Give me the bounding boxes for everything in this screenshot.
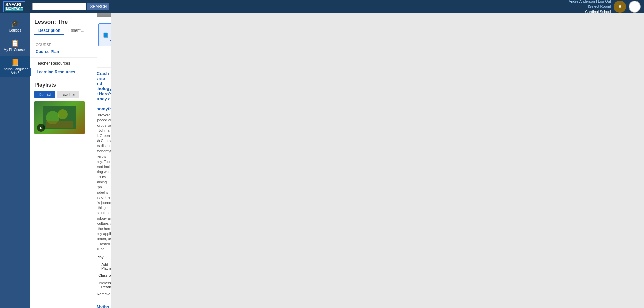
resource-title-2[interactable]: ★ Myths and Legends of Ancient Greece an… bbox=[97, 304, 111, 308]
sub-sidebar: Lesson: The Description Essent... Course… bbox=[30, 13, 97, 308]
logo-safari: SAFARI bbox=[5, 2, 23, 7]
user-school: Cardinal School bbox=[569, 9, 611, 14]
search-input[interactable] bbox=[32, 3, 86, 10]
modal-results-bar: Results 1 to 15 of 24 ‹ 1 2 › bbox=[97, 53, 111, 68]
add-playlist-btn-1[interactable]: 📋 Add To Playlist bbox=[97, 262, 111, 271]
sidebar-courses-label: Courses bbox=[9, 28, 21, 32]
modal-header: Learning Resources: The Hero's Journey 📘… bbox=[97, 17, 111, 53]
top-navigation: SAFARI MONTAGE SEARCH Andre Anderson | L… bbox=[0, 0, 644, 13]
sidebar-item-ela6[interactable]: 📙 English Language Arts 6 bbox=[0, 56, 30, 77]
tab-description[interactable]: Description bbox=[34, 27, 64, 35]
search-area: SEARCH bbox=[32, 3, 109, 10]
user-name[interactable]: Andre Anderson | Log Out bbox=[569, 0, 611, 4]
modal-header-actions: 📘 Add Preferred Learning Resources Close bbox=[98, 23, 111, 46]
logo: SAFARI MONTAGE bbox=[3, 1, 25, 12]
resource-item: HERO ★ Crash Course World Mythology: The… bbox=[97, 68, 111, 301]
learning-resources-modal: Learning Resources: The Hero's Journey 📘… bbox=[97, 17, 111, 308]
play-btn-1[interactable]: ▶ Play bbox=[97, 254, 106, 260]
resource-item-2: THE MYTHS AND LEGENDS OF ANCIENT GREECE … bbox=[97, 301, 111, 308]
ela-icon: 📙 bbox=[11, 58, 19, 66]
playlist-tab-district[interactable]: District bbox=[34, 91, 55, 98]
classroom-btn-1[interactable]: 📗 Classroom bbox=[97, 272, 111, 279]
avatar: A bbox=[614, 1, 626, 13]
logo-montage: MONTAGE bbox=[5, 7, 23, 11]
resource-info-2: ★ Myths and Legends of Ancient Greece an… bbox=[97, 304, 111, 308]
immersive-btn-1[interactable]: 📖 Immersive Reader bbox=[97, 280, 111, 290]
user-area: Andre Anderson | Log Out [Select Room] C… bbox=[569, 0, 641, 14]
modal-overlay: Learning Resources: The Hero's Journey 📘… bbox=[97, 13, 111, 308]
main-content: ⋮ ✏️ Customize list 🔗 Perm-Link 📗 Classr… bbox=[97, 13, 111, 308]
sidebar-item-courses[interactable]: 🎓 Courses bbox=[0, 17, 30, 35]
modal-body: HERO ★ Crash Course World Mythology: The… bbox=[97, 68, 111, 308]
resource-desc-1: This irreverent, fast-paced and humorous… bbox=[97, 113, 111, 252]
school-logo: C bbox=[629, 1, 641, 13]
course-plan[interactable]: Course Plan bbox=[30, 47, 97, 56]
content-area: Lesson: The Description Essent... Course… bbox=[30, 13, 111, 308]
left-sidebar: 🎓 Courses 📋 My PL Courses 📙 English Lang… bbox=[0, 13, 30, 308]
add-preferred-icon: 📘 bbox=[103, 32, 108, 38]
sidebar-teacher-resources[interactable]: Teacher Resources bbox=[30, 59, 97, 68]
playlist-card[interactable]: ▶ bbox=[34, 101, 85, 134]
sidebar-item-my-pl-courses[interactable]: 📋 My PL Courses bbox=[0, 36, 30, 54]
my-pl-icon: 📋 bbox=[11, 39, 19, 47]
course-label: Course bbox=[30, 41, 97, 47]
svg-rect-3 bbox=[46, 121, 73, 128]
search-button[interactable]: SEARCH bbox=[87, 3, 109, 10]
resource-actions-1: ▶ Play 📋 Add To Playlist 📗 Classroom 📖 I… bbox=[97, 254, 111, 297]
user-info: Andre Anderson | Log Out [Select Room] C… bbox=[569, 0, 611, 14]
add-preferred-btn[interactable]: 📘 Add Preferred Learning Resources bbox=[98, 23, 111, 46]
resource-info-1: ★ Crash Course World Mythology: The Hero… bbox=[97, 71, 111, 297]
svg-point-2 bbox=[58, 109, 68, 119]
add-preferred-label: Add Preferred Learning Resources bbox=[110, 25, 111, 44]
sidebar-ela-label: English Language Arts 6 bbox=[1, 67, 29, 75]
playlists-heading: Playlists bbox=[34, 82, 93, 88]
sidebar-learning-resources[interactable]: Learning Resources bbox=[30, 68, 97, 76]
resource-title-1[interactable]: ★ Crash Course World Mythology: The Hero… bbox=[97, 71, 111, 111]
play-overlay-icon[interactable]: ▶ bbox=[37, 124, 45, 132]
playlist-tab-teacher[interactable]: Teacher bbox=[57, 91, 80, 98]
tab-essential[interactable]: Essent... bbox=[64, 27, 88, 35]
playlist-art bbox=[43, 106, 76, 129]
user-room[interactable]: [Select Room] bbox=[569, 4, 611, 9]
lesson-title: Lesson: The bbox=[34, 19, 93, 25]
main-layout: 🎓 Courses 📋 My PL Courses 📙 English Lang… bbox=[0, 13, 644, 308]
sidebar-mypl-label: My PL Courses bbox=[4, 48, 26, 52]
courses-icon: 🎓 bbox=[11, 19, 19, 27]
remove-btn-1[interactable]: ✖ Remove bbox=[97, 291, 111, 297]
